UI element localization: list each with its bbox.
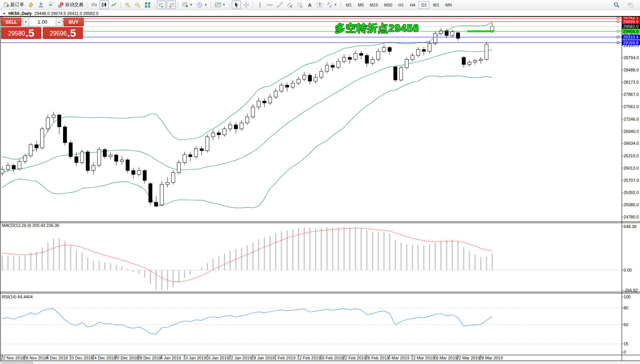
tile-windows-button[interactable] [143, 0, 152, 9]
candle [286, 85, 289, 87]
new-order-button[interactable]: 新订单 [2, 0, 26, 9]
volume-input[interactable]: 1.00 [29, 18, 56, 26]
chart-marker-icon: ▲ [3, 11, 6, 15]
turning-point-annotation[interactable]: 多空转折点29456 [335, 21, 419, 35]
candle [12, 165, 15, 169]
price-axis: 29415.029100.028794.028488.028173.027867… [622, 31, 639, 219]
shapes-button[interactable]: ▼ [325, 0, 339, 9]
timeframe-button-m5[interactable]: M5 [355, 1, 366, 9]
timeframe-button-m15[interactable]: M15 [367, 1, 380, 9]
candle [217, 133, 221, 135]
indicators-button[interactable]: ▼ [213, 0, 227, 9]
date-tick: 4 Jan 2019 [160, 356, 181, 360]
cursor-button[interactable] [232, 0, 241, 9]
periods-button[interactable]: ▼ [195, 0, 209, 9]
crosshair-button[interactable] [242, 0, 251, 9]
tile-windows-icon [145, 2, 151, 8]
signal-button[interactable] [46, 0, 55, 9]
profile-button[interactable] [36, 0, 45, 9]
candle [354, 53, 357, 60]
styler-button[interactable] [26, 0, 36, 9]
label-icon: T [317, 2, 323, 8]
toolbar-separator [211, 2, 211, 8]
volume-decrease-button[interactable]: ▼ [23, 18, 29, 26]
candle [52, 115, 55, 118]
chevron-down-icon: ▼ [334, 3, 337, 6]
new-chart-button[interactable]: ▼ [180, 0, 194, 9]
bar-chart-button[interactable] [89, 0, 99, 9]
buy-price-display[interactable]: 29596.5 [43, 27, 83, 39]
auto-scroll-button[interactable] [157, 0, 166, 9]
date-tick: 10 Jan 2019 [183, 356, 206, 360]
timeframe-button-w1[interactable]: W1 [430, 1, 442, 9]
candle [229, 125, 232, 129]
search-button[interactable] [612, 0, 621, 9]
candle [257, 101, 260, 107]
sell-button[interactable]: SELL [1, 18, 21, 26]
price-tick: 27867.0 [624, 92, 639, 97]
cursor-icon [233, 2, 239, 8]
timeframe-button-m30[interactable]: M30 [382, 1, 395, 9]
fibonacci-button[interactable]: F [295, 0, 304, 9]
candle [291, 83, 294, 87]
channel-button[interactable]: E [285, 0, 294, 9]
zoom-in-button[interactable] [123, 0, 132, 9]
autotrading-button-label: 自动交易 [65, 2, 83, 8]
candle [183, 155, 186, 163]
zoom-out-button[interactable] [133, 0, 142, 9]
candlestick-icon [101, 2, 107, 8]
trendline-button[interactable] [275, 0, 284, 9]
candle [377, 52, 380, 60]
candle [308, 75, 312, 81]
label-button[interactable]: T [315, 0, 324, 9]
date-tick: 14 Dec 2018 [92, 356, 115, 360]
chart-frame [0, 17, 640, 361]
chat-button[interactable] [626, 0, 635, 9]
timeframe-button-m1[interactable]: M1 [343, 1, 354, 9]
toolbar-separator [229, 2, 230, 8]
candle [86, 152, 89, 171]
price-tick: 24780.0 [624, 215, 639, 219]
candle [422, 49, 426, 51]
chart-shift-button[interactable] [167, 0, 176, 9]
candle [462, 57, 465, 65]
buy-button[interactable]: BUY [63, 18, 84, 26]
candle [268, 97, 272, 103]
scrollbar-thumb[interactable] [1, 361, 33, 364]
volume-increase-button[interactable]: ▲ [56, 18, 62, 26]
candle [245, 117, 249, 123]
candle [188, 155, 192, 157]
candle [325, 65, 329, 71]
new-order-button-label: 新订单 [10, 2, 24, 8]
text-button[interactable]: A [305, 0, 314, 9]
vertical-line-button[interactable] [255, 0, 265, 9]
candle [251, 107, 255, 117]
autotrading-button[interactable]: 自动交易 [56, 0, 85, 9]
sell-price-display[interactable]: 29580.5 [1, 27, 41, 39]
horizontal-scrollbar[interactable] [0, 361, 640, 364]
chart-shift-icon [168, 2, 174, 8]
bar-chart-icon [91, 2, 97, 8]
timeframe-button-d1[interactable]: D1 [419, 1, 429, 9]
timeframe-button-h4[interactable]: H4 [407, 1, 418, 9]
timeframe-button-h1[interactable]: H1 [396, 1, 406, 9]
candlestick-chart-button[interactable] [99, 0, 109, 9]
date-tick: 4 Dec 2018 [46, 356, 68, 360]
chart-canvas[interactable]: 29415.029100.028794.028488.028173.027867… [0, 0, 640, 364]
line-chart-button[interactable] [109, 0, 119, 9]
rsi-label: RSI(14) 64.4404 [2, 294, 33, 299]
date-tick: 28 Jan 2019 [252, 356, 275, 360]
timeframe-button-mn[interactable]: MN [443, 1, 455, 9]
buy-price-main: 29596 [50, 29, 67, 38]
styler-icon [28, 2, 34, 8]
svg-text:F: F [301, 5, 302, 8]
candle [223, 129, 226, 135]
horizontal-line-button[interactable] [265, 0, 275, 9]
new-order-icon [3, 2, 9, 8]
candle [143, 170, 146, 180]
date-tick: 22 Nov 2018 [1, 356, 24, 360]
horizontal-line-icon [267, 2, 273, 8]
fibonacci-icon: F [297, 2, 303, 8]
chart-titlebar[interactable]: ▲ HK50-,Daily 29448.0 29674.5 29411.0 29… [0, 10, 640, 16]
price-tick: 28173.0 [624, 80, 639, 84]
